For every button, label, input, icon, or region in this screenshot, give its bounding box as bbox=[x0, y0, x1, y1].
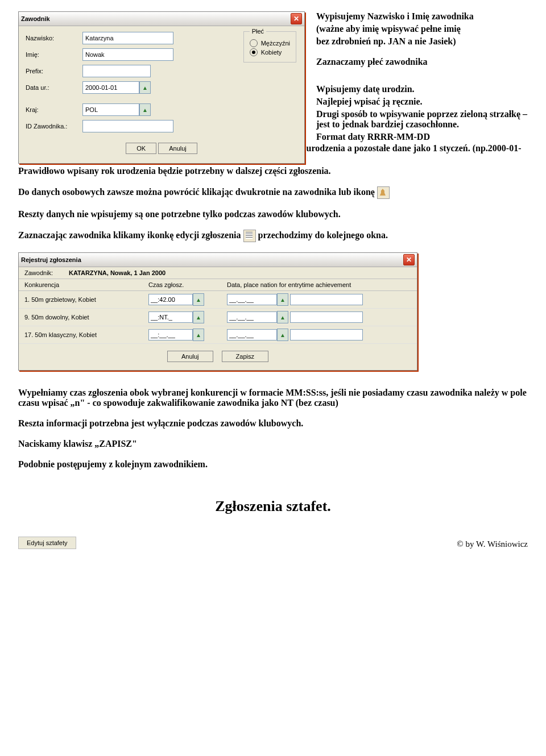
label-kraj: Kraj: bbox=[26, 106, 82, 113]
label-female: Kobiety bbox=[261, 49, 282, 56]
label-male: Mężczyźni bbox=[261, 40, 290, 47]
close-icon[interactable]: ✕ bbox=[403, 254, 415, 265]
instructions-right: Wypisujemy Nazwisko i Imię zawodnika (wa… bbox=[316, 11, 528, 153]
table-row: 9. 50m dowolny, Kobiet▲▲ bbox=[19, 309, 417, 326]
label-id: ID Zawodnika.: bbox=[26, 123, 82, 130]
dialog2-titlebar: Rejestruj zgłoszenia ✕ bbox=[19, 253, 417, 267]
event-name: 9. 50m dowolny, Kobiet bbox=[24, 314, 144, 321]
time-arrow-icon[interactable]: ▲ bbox=[193, 311, 204, 323]
radio-female[interactable] bbox=[250, 48, 258, 56]
time-arrow-icon[interactable]: ▲ bbox=[193, 329, 204, 341]
label-zawodnik: Zawodnik: bbox=[24, 269, 64, 276]
save-button[interactable]: Zapisz bbox=[222, 351, 268, 362]
edit-icon[interactable] bbox=[243, 230, 256, 242]
imie-input[interactable] bbox=[82, 48, 173, 61]
zawodnik-value: KATARZYNA, Nowak, 1 Jan 2000 bbox=[69, 269, 166, 276]
event-name: 17. 50m klasyczny, Kobiet bbox=[24, 331, 144, 338]
date-input[interactable] bbox=[227, 294, 277, 305]
prefix-input[interactable] bbox=[82, 65, 151, 77]
relay-heading: Zgłoszenia sztafet. bbox=[18, 498, 528, 515]
label-imie: Imię: bbox=[26, 51, 82, 58]
dialog2-title: Rejestruj zgłoszenia bbox=[21, 256, 81, 263]
instructions-final: Wypełniamy czas zgłoszenia obok wybranej… bbox=[18, 388, 528, 470]
return-instruction: Do danych osobowych zawsze można powróci… bbox=[18, 186, 528, 199]
date-arrow-icon[interactable]: ▲ bbox=[277, 293, 288, 306]
gender-fieldset: Płeć Mężczyźni Kobiety bbox=[243, 28, 296, 63]
rest-instruction: Reszty danych nie wpisujemy są one potrz… bbox=[18, 209, 528, 219]
place-input[interactable] bbox=[290, 294, 363, 305]
kraj-input[interactable] bbox=[82, 103, 139, 116]
nazwisko-input[interactable] bbox=[82, 32, 173, 44]
date-arrow-icon[interactable]: ▲ bbox=[277, 329, 288, 341]
cancel-button[interactable]: Anuluj bbox=[167, 351, 213, 362]
edit-relay-button[interactable]: Edytuj sztafety bbox=[18, 537, 76, 549]
ok-button[interactable]: OK bbox=[126, 143, 156, 154]
date-input[interactable] bbox=[227, 311, 277, 323]
dialog-titlebar: Zawodnik ✕ bbox=[19, 12, 304, 26]
table-row: 17. 50m klasyczny, Kobiet▲▲ bbox=[19, 326, 417, 344]
footer-credit: © by W. Wiśniowicz bbox=[457, 539, 528, 549]
close-icon[interactable]: ✕ bbox=[291, 13, 302, 24]
register-dialog: Rejestruj zgłoszenia ✕ Zawodnik: KATARZY… bbox=[18, 252, 417, 371]
label-nazwisko: Nazwisko: bbox=[26, 35, 82, 41]
id-input[interactable] bbox=[82, 120, 173, 132]
dataur-input[interactable] bbox=[82, 81, 139, 94]
time-arrow-icon[interactable]: ▲ bbox=[193, 293, 204, 306]
place-input[interactable] bbox=[290, 329, 363, 340]
dialog-title: Zawodnik bbox=[21, 15, 50, 22]
time-input[interactable] bbox=[148, 311, 193, 323]
radio-male[interactable] bbox=[250, 39, 258, 47]
label-prefix: Prefix: bbox=[26, 68, 82, 74]
gender-legend: Płeć bbox=[250, 28, 266, 35]
edit-instruction: Zaznaczając zawodnika klikamy ikonkę edy… bbox=[18, 230, 528, 242]
time-input[interactable] bbox=[148, 294, 193, 305]
table-header: Konkurencja Czas zgłosz. Data, place nat… bbox=[19, 279, 417, 291]
table-row: 1. 50m grzbietowy, Kobiet▲▲ bbox=[19, 291, 417, 309]
place-input[interactable] bbox=[290, 311, 363, 323]
event-name: 1. 50m grzbietowy, Kobiet bbox=[24, 296, 144, 303]
competitor-dialog: Zawodnik ✕ Nazwisko: Imię: Prefix: Data … bbox=[18, 11, 305, 164]
date-input[interactable] bbox=[227, 329, 277, 340]
date-arrow-icon[interactable]: ▲ bbox=[277, 311, 288, 323]
time-input[interactable] bbox=[148, 329, 193, 340]
date-arrow-icon[interactable]: ▲ bbox=[139, 81, 151, 94]
label-dataur: Data ur.: bbox=[26, 84, 82, 91]
person-icon[interactable] bbox=[377, 186, 390, 199]
cancel-button[interactable]: Anuluj bbox=[158, 143, 197, 154]
country-arrow-icon[interactable]: ▲ bbox=[139, 103, 151, 116]
